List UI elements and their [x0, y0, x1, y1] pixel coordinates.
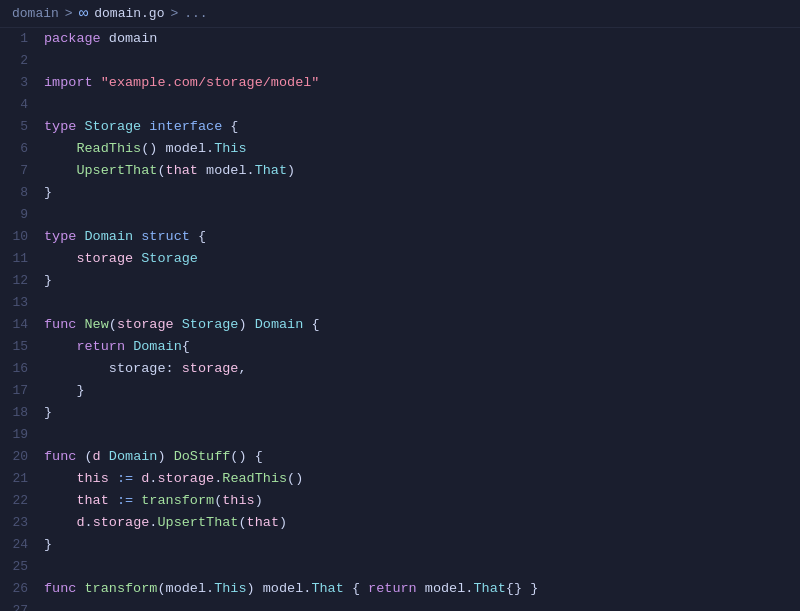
infinity-icon: ∞ [79, 5, 89, 23]
code-line: 14func New(storage Storage) Domain { [0, 314, 800, 336]
code-line: 12} [0, 270, 800, 292]
line-number: 7 [0, 163, 44, 178]
line-content: } [44, 182, 800, 204]
line-content [44, 94, 800, 116]
code-line: 6 ReadThis() model.This [0, 138, 800, 160]
code-container: 1package domain2 3import "example.com/st… [0, 28, 800, 611]
code-line: 27 [0, 600, 800, 611]
code-line: 3import "example.com/storage/model" [0, 72, 800, 94]
line-number: 8 [0, 185, 44, 200]
line-content: ReadThis() model.This [44, 138, 800, 160]
line-content [44, 292, 800, 314]
line-content: } [44, 402, 800, 424]
code-line: 21 this := d.storage.ReadThis() [0, 468, 800, 490]
line-number: 27 [0, 603, 44, 611]
line-number: 18 [0, 405, 44, 420]
line-content: storage: storage, [44, 358, 800, 380]
line-number: 1 [0, 31, 44, 46]
line-content: return Domain{ [44, 336, 800, 358]
line-content: UpsertThat(that model.That) [44, 160, 800, 182]
line-content: } [44, 270, 800, 292]
line-number: 10 [0, 229, 44, 244]
line-number: 24 [0, 537, 44, 552]
line-number: 22 [0, 493, 44, 508]
line-number: 12 [0, 273, 44, 288]
line-number: 21 [0, 471, 44, 486]
line-content: that := transform(this) [44, 490, 800, 512]
breadcrumb-bar: domain > ∞ domain.go > ... [0, 0, 800, 28]
line-content: type Storage interface { [44, 116, 800, 138]
code-line: 17 } [0, 380, 800, 402]
line-content [44, 424, 800, 446]
breadcrumb-filename: domain.go [94, 6, 164, 21]
code-line: 1package domain [0, 28, 800, 50]
line-number: 13 [0, 295, 44, 310]
code-line: 7 UpsertThat(that model.That) [0, 160, 800, 182]
line-number: 4 [0, 97, 44, 112]
line-number: 5 [0, 119, 44, 134]
line-content: import "example.com/storage/model" [44, 72, 800, 94]
line-content: package domain [44, 28, 800, 50]
line-number: 14 [0, 317, 44, 332]
line-content [44, 556, 800, 578]
code-line: 4 [0, 94, 800, 116]
line-number: 6 [0, 141, 44, 156]
breadcrumb-folder: domain [12, 6, 59, 21]
line-content: } [44, 534, 800, 556]
line-content: } [44, 380, 800, 402]
line-content: storage Storage [44, 248, 800, 270]
breadcrumb-sep2: > [170, 6, 178, 21]
code-line: 26func transform(model.This) model.That … [0, 578, 800, 600]
line-content [44, 50, 800, 72]
line-number: 11 [0, 251, 44, 266]
breadcrumb-ellipsis: ... [184, 6, 207, 21]
line-number: 17 [0, 383, 44, 398]
line-number: 26 [0, 581, 44, 596]
code-line: 11 storage Storage [0, 248, 800, 270]
line-number: 2 [0, 53, 44, 68]
line-content: func (d Domain) DoStuff() { [44, 446, 800, 468]
code-line: 5type Storage interface { [0, 116, 800, 138]
line-content [44, 600, 800, 611]
line-content: func New(storage Storage) Domain { [44, 314, 800, 336]
line-content: this := d.storage.ReadThis() [44, 468, 800, 490]
code-line: 20func (d Domain) DoStuff() { [0, 446, 800, 468]
line-number: 19 [0, 427, 44, 442]
code-line: 18} [0, 402, 800, 424]
line-content: d.storage.UpsertThat(that) [44, 512, 800, 534]
code-line: 24} [0, 534, 800, 556]
line-number: 23 [0, 515, 44, 530]
code-line: 15 return Domain{ [0, 336, 800, 358]
code-line: 9 [0, 204, 800, 226]
code-line: 10type Domain struct { [0, 226, 800, 248]
code-line: 2 [0, 50, 800, 72]
line-number: 9 [0, 207, 44, 222]
code-line: 25 [0, 556, 800, 578]
line-number: 15 [0, 339, 44, 354]
line-content: func transform(model.This) model.That { … [44, 578, 800, 600]
line-number: 3 [0, 75, 44, 90]
line-number: 16 [0, 361, 44, 376]
line-number: 20 [0, 449, 44, 464]
line-content: type Domain struct { [44, 226, 800, 248]
code-line: 13 [0, 292, 800, 314]
code-line: 22 that := transform(this) [0, 490, 800, 512]
code-line: 19 [0, 424, 800, 446]
breadcrumb-sep1: > [65, 6, 73, 21]
code-line: 23 d.storage.UpsertThat(that) [0, 512, 800, 534]
line-number: 25 [0, 559, 44, 574]
code-line: 8} [0, 182, 800, 204]
line-content [44, 204, 800, 226]
code-line: 16 storage: storage, [0, 358, 800, 380]
